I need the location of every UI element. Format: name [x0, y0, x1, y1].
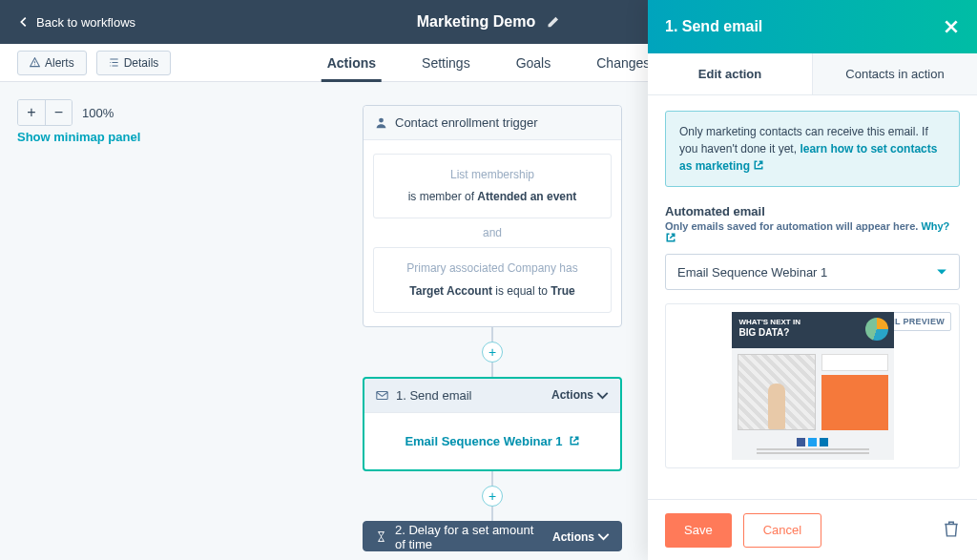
connector-line: [491, 506, 493, 521]
panel-header: 1. Send email: [648, 0, 977, 53]
trigger-body: List membership is member of Attended an…: [364, 140, 621, 326]
marketing-contacts-notice: Only marketing contacts can receive this…: [665, 111, 960, 187]
back-to-workflows-link[interactable]: Back to workflows: [17, 15, 135, 30]
step-1-send-email-card[interactable]: 1. Send email Actions Email Sequence Web…: [363, 377, 622, 471]
email-preview-container: EMAIL PREVIEW WHAT'S NEXT INBIG DATA?: [665, 303, 960, 468]
panel-tab-contacts-in-action[interactable]: Contacts in action: [812, 53, 977, 94]
tab-settings[interactable]: Settings: [422, 44, 470, 81]
alert-icon: [30, 57, 40, 68]
step-2-actions-dropdown[interactable]: Actions: [552, 530, 610, 544]
email-select-value: Email Sequence Webinar 1: [677, 265, 827, 280]
trigger-title: Contact enrollment trigger: [395, 115, 538, 130]
hourglass-icon: [375, 530, 387, 543]
side-panel: 1. Send email Edit action Contacts in ac…: [648, 0, 977, 560]
zoom-level: 100%: [82, 106, 114, 120]
svg-rect-1: [377, 391, 387, 399]
external-link-icon: [569, 435, 580, 446]
tab-changes[interactable]: Changes: [596, 44, 650, 81]
header-title-wrap: Marketing Demo: [417, 13, 560, 31]
email-preview-thumbnail[interactable]: WHAT'S NEXT INBIG DATA?: [732, 312, 894, 460]
step-1-body[interactable]: Email Sequence Webinar 1: [364, 413, 620, 469]
close-icon[interactable]: [943, 18, 960, 35]
subbar-left: Alerts Details: [17, 51, 171, 75]
step-1-title: 1. Send email: [396, 388, 472, 403]
chevron-down-icon: [597, 530, 610, 543]
panel-footer: Save Cancel: [648, 499, 977, 560]
add-step-button[interactable]: +: [482, 342, 503, 363]
panel-title: 1. Send email: [665, 18, 762, 35]
panel-tab-edit-action[interactable]: Edit action: [648, 53, 812, 94]
criterion-1[interactable]: List membership is member of Attended an…: [373, 154, 612, 218]
back-label: Back to workflows: [36, 15, 135, 30]
step-1-actions-dropdown[interactable]: Actions: [551, 388, 609, 402]
connector-line: [491, 362, 493, 377]
email-select[interactable]: Email Sequence Webinar 1: [665, 254, 960, 290]
chevron-left-icon: [17, 15, 31, 29]
enrollment-trigger-card[interactable]: Contact enrollment trigger List membersh…: [363, 105, 622, 327]
main-tabs: Actions Settings Goals Changes: [327, 44, 651, 81]
add-step-button[interactable]: +: [482, 486, 503, 507]
email-icon: [376, 389, 388, 402]
preview-text-block: [821, 354, 888, 371]
trash-icon: [943, 520, 960, 537]
save-button[interactable]: Save: [665, 513, 732, 548]
criterion-1-text: is member of Attended an event: [384, 188, 601, 206]
tab-goals[interactable]: Goals: [516, 44, 551, 81]
delete-action-button[interactable]: [943, 520, 960, 541]
panel-tabs: Edit action Contacts in action: [648, 53, 977, 95]
chevron-down-icon: [596, 389, 609, 402]
chevron-down-icon: [936, 266, 947, 278]
alerts-button[interactable]: Alerts: [17, 51, 87, 75]
step-2-title: 2. Delay for a set amount of time: [395, 523, 537, 551]
flow-column: Contact enrollment trigger List membersh…: [363, 105, 622, 551]
edit-title-icon[interactable]: [547, 15, 560, 29]
pie-chart-icon: [865, 318, 888, 341]
workflow-title: Marketing Demo: [417, 13, 535, 31]
preview-cta-block: [821, 375, 888, 430]
zoom-controls: + − 100%: [17, 99, 114, 126]
criterion-2-label: Primary associated Company has: [384, 259, 601, 278]
zoom-in-button[interactable]: +: [18, 100, 45, 125]
tab-actions[interactable]: Actions: [327, 44, 376, 81]
details-button[interactable]: Details: [96, 51, 172, 75]
criterion-2-text: Target Account is equal to True: [384, 282, 601, 301]
svg-point-0: [379, 118, 384, 123]
automated-email-help: Only emails saved for automation will ap…: [665, 220, 960, 244]
details-icon: [109, 57, 119, 68]
criterion-2[interactable]: Primary associated Company has Target Ac…: [373, 247, 612, 312]
panel-body: Only marketing contacts can receive this…: [648, 95, 977, 499]
zoom-out-button[interactable]: −: [45, 100, 72, 125]
external-link-icon: [753, 159, 764, 171]
step-1-head: 1. Send email Actions: [364, 379, 620, 413]
preview-hero-image: [738, 354, 816, 430]
criterion-1-label: List membership: [384, 166, 601, 184]
zoom-button-group: + −: [17, 99, 73, 126]
step-2-head: 2. Delay for a set amount of time Action…: [364, 522, 621, 551]
connector-line: [491, 471, 493, 487]
trigger-card-head: Contact enrollment trigger: [364, 106, 621, 140]
criteria-join: and: [373, 218, 612, 247]
show-minimap-link[interactable]: Show minimap panel: [17, 130, 140, 144]
automated-email-label: Automated email: [665, 204, 960, 218]
connector-line: [491, 327, 493, 342]
step-2-delay-card[interactable]: 2. Delay for a set amount of time Action…: [363, 521, 622, 551]
cancel-button[interactable]: Cancel: [743, 513, 821, 548]
external-link-icon: [665, 232, 676, 243]
preview-social-icons: [738, 438, 888, 446]
contact-icon: [375, 116, 387, 129]
step-1-email-link: Email Sequence Webinar 1: [405, 434, 562, 448]
